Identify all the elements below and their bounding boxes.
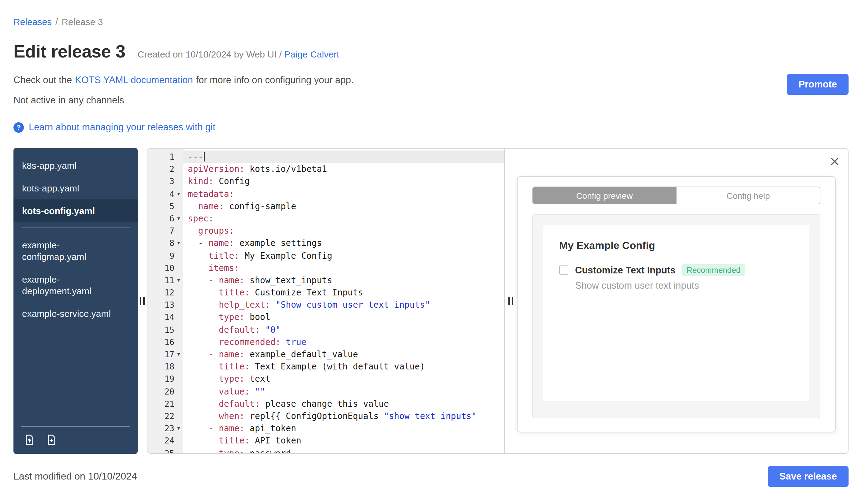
- gutter-line: 4▾: [147, 187, 183, 200]
- gutter-line: 25▾: [147, 447, 183, 453]
- file-tree-item[interactable]: example-deployment.yaml: [13, 268, 138, 302]
- code-line[interactable]: default: "0": [183, 323, 504, 335]
- preview-resize-handle[interactable]: [508, 297, 513, 305]
- gutter-line: 8▾: [147, 237, 183, 249]
- save-release-button[interactable]: Save release: [768, 466, 849, 487]
- code-line[interactable]: when: repl{{ ConfigOptionEquals "show_te…: [183, 410, 504, 422]
- author-link[interactable]: Paige Calvert: [284, 49, 339, 59]
- docs-prefix: Check out the: [13, 75, 72, 85]
- breadcrumb: Releases/Release 3: [13, 0, 849, 27]
- code-line[interactable]: title: Text Example (with default value): [183, 360, 504, 372]
- gutter-line: 21▾: [147, 398, 183, 410]
- fold-arrow-icon[interactable]: ▾: [174, 212, 183, 225]
- code-line[interactable]: type: password: [183, 447, 504, 453]
- code-line[interactable]: items:: [183, 262, 504, 274]
- yaml-editor[interactable]: 1▾2▾3▾4▾5▾6▾7▾8▾9▾10▾11▾12▾13▾14▾15▾16▾1…: [147, 149, 505, 453]
- gutter-line: 20▾: [147, 385, 183, 397]
- gutter-line: 7▾: [147, 225, 183, 237]
- breadcrumb-releases-link[interactable]: Releases: [13, 16, 52, 27]
- file-tree-item[interactable]: example-service.yaml: [13, 302, 138, 325]
- sidebar-actions: [21, 426, 130, 454]
- new-file-icon: [45, 434, 57, 446]
- code-line[interactable]: - name: api_token: [183, 422, 504, 434]
- upload-file-button[interactable]: [23, 434, 36, 446]
- code-line[interactable]: value: "": [183, 385, 504, 397]
- gutter-line: 14▾: [147, 311, 183, 323]
- release-editor-workspace: k8s-app.yamlkots-app.yamlkots-config.yam…: [13, 148, 849, 454]
- gutter-line: 5▾: [147, 200, 183, 212]
- git-help-link[interactable]: Learn about managing your releases with …: [29, 122, 216, 133]
- title-row: Edit release 3 Created on 10/10/2024 by …: [13, 42, 849, 62]
- gutter-line: 22▾: [147, 410, 183, 422]
- page-title: Edit release 3: [13, 42, 126, 62]
- code-line[interactable]: groups:: [183, 225, 504, 237]
- preview-body: My Example Config Customize Text Inputs …: [532, 214, 820, 419]
- close-icon[interactable]: ×: [830, 154, 839, 170]
- file-list-divider: [21, 227, 130, 228]
- sidebar-resize-handle[interactable]: [138, 148, 147, 454]
- config-item-help-text: Show custom user text inputs: [575, 280, 794, 291]
- kots-docs-link[interactable]: KOTS YAML documentation: [75, 75, 193, 85]
- config-preview-pane: × Config preview Config help My Example …: [505, 149, 848, 453]
- gutter-line: 2▾: [147, 163, 183, 175]
- editor-code[interactable]: ---apiVersion: kots.io/v1beta1kind: Conf…: [183, 149, 504, 453]
- code-line[interactable]: name: config-sample: [183, 200, 504, 212]
- code-line[interactable]: recommended: true: [183, 336, 504, 348]
- gutter-line: 18▾: [147, 360, 183, 372]
- config-item-label: Customize Text Inputs: [575, 265, 676, 276]
- code-line[interactable]: title: Customize Text Inputs: [183, 286, 504, 299]
- docs-line: Check out theKOTS YAML documentationfor …: [13, 75, 849, 85]
- code-line[interactable]: - name: show_text_inputs: [183, 274, 504, 286]
- upload-file-icon: [23, 434, 36, 446]
- code-line[interactable]: spec:: [183, 212, 504, 225]
- new-file-button[interactable]: [45, 434, 57, 446]
- file-list-primary: k8s-app.yamlkots-app.yamlkots-config.yam…: [13, 154, 138, 222]
- customize-text-inputs-checkbox[interactable]: [559, 265, 569, 275]
- fold-arrow-icon[interactable]: ▾: [174, 422, 183, 434]
- help-question-icon: ?: [13, 122, 24, 132]
- code-line[interactable]: title: API token: [183, 435, 504, 447]
- file-tree-item[interactable]: kots-config.yaml: [13, 199, 138, 222]
- tab-config-help[interactable]: Config help: [676, 187, 820, 204]
- gutter-line: 15▾: [147, 323, 183, 335]
- preview-tabs: Config preview Config help: [532, 187, 820, 204]
- code-line[interactable]: help_text: "Show custom user text inputs…: [183, 299, 504, 311]
- gutter-line: 16▾: [147, 336, 183, 348]
- file-tree-item[interactable]: kots-app.yaml: [13, 177, 138, 199]
- code-line[interactable]: apiVersion: kots.io/v1beta1: [183, 163, 504, 175]
- git-help-row: ? Learn about managing your releases wit…: [13, 122, 849, 133]
- created-label: Created on 10/10/2024 by Web UI /: [138, 49, 282, 59]
- code-line[interactable]: ---: [183, 150, 504, 163]
- config-group-title: My Example Config: [559, 240, 794, 252]
- code-line[interactable]: - name: example_default_value: [183, 348, 504, 360]
- breadcrumb-current: Release 3: [62, 16, 103, 27]
- created-text: Created on 10/10/2024 by Web UI /Paige C…: [138, 49, 340, 59]
- docs-suffix: for more info on configuring your app.: [196, 75, 354, 85]
- gutter-line: 3▾: [147, 175, 183, 187]
- code-line[interactable]: default: please change this value: [183, 398, 504, 410]
- fold-arrow-icon[interactable]: ▾: [174, 237, 183, 249]
- code-line[interactable]: metadata:: [183, 187, 504, 200]
- gutter-line: 11▾: [147, 274, 183, 286]
- promote-button[interactable]: Promote: [787, 74, 849, 95]
- code-line[interactable]: type: bool: [183, 311, 504, 323]
- last-modified-text: Last modified on 10/10/2024: [13, 471, 137, 482]
- gutter-line: 19▾: [147, 373, 183, 385]
- fold-arrow-icon[interactable]: ▾: [174, 274, 183, 286]
- config-item-row: Customize Text Inputs Recommended: [559, 264, 794, 276]
- code-line[interactable]: title: My Example Config: [183, 249, 504, 262]
- fold-arrow-icon[interactable]: ▾: [174, 348, 183, 360]
- file-list-secondary: example-configmap.yamlexample-deployment…: [13, 234, 138, 325]
- gutter-line: 6▾: [147, 212, 183, 225]
- tab-config-preview[interactable]: Config preview: [533, 187, 676, 204]
- code-line[interactable]: kind: Config: [183, 175, 504, 187]
- fold-arrow-icon[interactable]: ▾: [174, 187, 183, 200]
- editor-and-preview: 1▾2▾3▾4▾5▾6▾7▾8▾9▾10▾11▾12▾13▾14▾15▾16▾1…: [147, 148, 849, 454]
- gutter-line: 1▾: [147, 150, 183, 163]
- code-line[interactable]: type: text: [183, 373, 504, 385]
- editor-gutter: 1▾2▾3▾4▾5▾6▾7▾8▾9▾10▾11▾12▾13▾14▾15▾16▾1…: [147, 149, 183, 453]
- file-tree-item[interactable]: k8s-app.yaml: [13, 154, 138, 177]
- file-tree-item[interactable]: example-configmap.yaml: [13, 234, 138, 268]
- config-preview-card: Config preview Config help My Example Co…: [517, 176, 836, 433]
- code-line[interactable]: - name: example_settings: [183, 237, 504, 249]
